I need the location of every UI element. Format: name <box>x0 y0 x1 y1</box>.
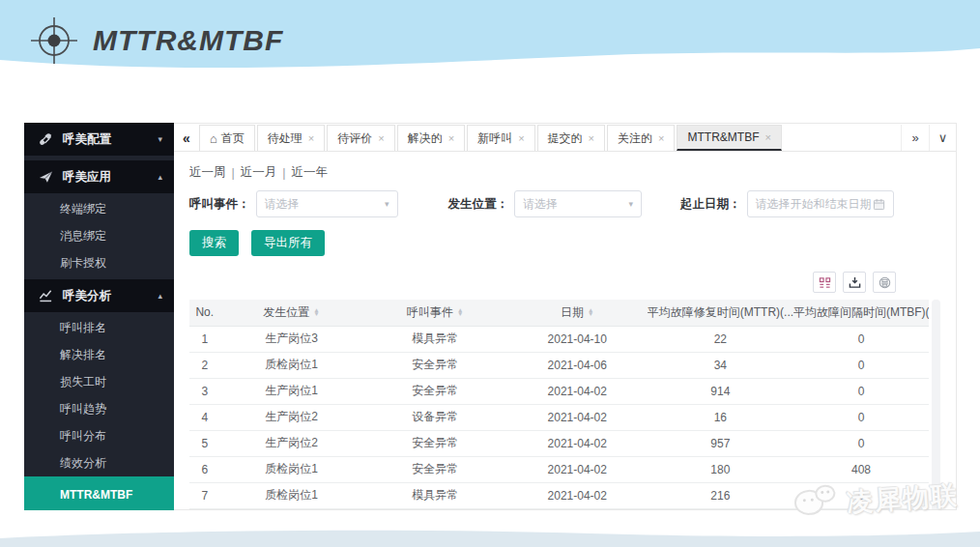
cell-mttr: 34 <box>648 352 793 378</box>
cell-date: 2021-04-02 <box>507 378 648 404</box>
quick-range-links: 近一周 | 近一月 | 近一年 <box>189 164 940 181</box>
close-icon[interactable]: × <box>308 132 314 144</box>
calendar-icon <box>873 198 885 211</box>
column-settings-button[interactable] <box>813 272 836 293</box>
sidebar-group-label: 呼美分析 <box>63 288 158 304</box>
tab-待处理[interactable]: 待处理× <box>257 125 325 151</box>
column-header-2[interactable]: 呼叫事件▲▼ <box>363 300 507 326</box>
tabs-right-controls: » ∨ <box>901 125 956 151</box>
cell-mtbf: 0 <box>793 430 929 456</box>
sort-icon[interactable]: ▲▼ <box>588 308 593 317</box>
close-icon[interactable]: × <box>658 132 664 144</box>
separator: | <box>282 166 285 180</box>
cell-no: 4 <box>189 404 219 430</box>
page: MTTR&MTBF 呼美配置▾呼美应用▴终端绑定消息绑定刷卡授权呼美分析▴呼叫排… <box>0 0 980 547</box>
cell-location: 质检岗位1 <box>219 352 362 378</box>
sidebar-item-1-1[interactable]: 消息绑定 <box>24 222 174 249</box>
close-icon[interactable]: × <box>518 132 524 144</box>
print-button[interactable] <box>873 272 896 293</box>
export-icon <box>849 276 861 289</box>
table-toolbar <box>189 272 940 293</box>
tabs-strip: ⌂首页待处理×待评价×解决的×新呼叫×提交的×关注的×MTTR&MTBF× <box>199 125 901 151</box>
sidebar-item-2-4[interactable]: 呼叫分布 <box>24 422 174 449</box>
close-icon[interactable]: × <box>589 132 594 144</box>
tab-关注的[interactable]: 关注的× <box>607 125 675 151</box>
date-range-label: 起止日期： <box>680 196 741 213</box>
sidebar-item-2-5[interactable]: 绩效分析 <box>24 449 174 476</box>
tab-首页[interactable]: ⌂首页 <box>199 125 255 151</box>
tab-label: 新呼叫 <box>477 130 512 147</box>
plug-icon <box>38 131 53 147</box>
location-select[interactable]: 请选择 ▾ <box>514 190 642 217</box>
chart-icon <box>38 288 53 303</box>
table-row: 1生产岗位3模具异常2021-04-10220 <box>189 326 929 352</box>
sidebar-group-1[interactable]: 呼美应用▴ <box>24 160 174 193</box>
cell-mttr: 216 <box>648 482 793 508</box>
quick-range-month[interactable]: 近一月 <box>241 164 277 181</box>
column-header-5[interactable]: 平均故障间隔时间(MTBF)(...▲▼ <box>793 300 929 326</box>
sidebar-item-2-0[interactable]: 呼叫排名 <box>24 314 174 341</box>
chevron-down-icon: ▾ <box>385 199 389 209</box>
cell-no: 3 <box>189 378 219 404</box>
cell-mtbf: 408 <box>793 456 929 482</box>
cell-mttr: 16 <box>648 404 793 430</box>
table-body: 1生产岗位3模具异常2021-04-102202质检岗位1安全异常2021-04… <box>189 326 929 508</box>
tab-待评价[interactable]: 待评价× <box>327 125 394 151</box>
call-event-label: 呼叫事件： <box>189 196 250 213</box>
cell-event: 安全异常 <box>363 456 507 482</box>
tab-label: 待评价 <box>337 130 372 147</box>
sidebar-item-1-0[interactable]: 终端绑定 <box>24 195 174 222</box>
cell-no: 5 <box>189 430 219 456</box>
cell-location: 质检岗位1 <box>219 482 362 508</box>
close-icon[interactable]: × <box>764 131 770 143</box>
tab-解决的[interactable]: 解决的× <box>397 125 465 151</box>
column-header-4[interactable]: 平均故障修复时间(MTTR)(...▲▼ <box>648 300 793 326</box>
tabs-dropdown-button[interactable]: ∨ <box>929 125 956 151</box>
quick-range-year[interactable]: 近一年 <box>292 164 329 181</box>
content-body: 近一周 | 近一月 | 近一年 呼叫事件： 请选择 ▾ 发生位置： 请选择 <box>174 152 956 509</box>
sidebar-item-2-3[interactable]: 呼叫趋势 <box>24 395 174 422</box>
table-row: 3生产岗位1安全异常2021-04-029140 <box>189 378 929 404</box>
tab-label: 关注的 <box>618 130 652 147</box>
sidebar-group-0[interactable]: 呼美配置▾ <box>24 123 174 156</box>
chevron-up-icon: ▴ <box>158 172 162 182</box>
close-icon[interactable]: × <box>378 132 384 144</box>
column-header-1[interactable]: 发生位置▲▼ <box>219 300 362 326</box>
date-range-input[interactable]: 请选择开始和结束日期 <box>747 190 894 217</box>
sort-icon[interactable]: ▲▼ <box>457 308 463 317</box>
sidebar-group-2[interactable]: 呼美分析▴ <box>24 279 174 312</box>
app-window: 呼美配置▾呼美应用▴终端绑定消息绑定刷卡授权呼美分析▴呼叫排名解决排名损失工时呼… <box>24 123 957 510</box>
tab-新呼叫[interactable]: 新呼叫× <box>467 125 534 151</box>
tabs-expand-button[interactable]: » <box>902 125 929 151</box>
cell-mtbf: 0 <box>793 326 929 352</box>
sidebar-item-2-2[interactable]: 损失工时 <box>24 368 174 395</box>
filter-row: 呼叫事件： 请选择 ▾ 发生位置： 请选择 ▾ 起止日期： 请选择开始和结束日期 <box>189 190 940 217</box>
quick-range-week[interactable]: 近一周 <box>189 164 226 181</box>
search-button[interactable]: 搜索 <box>189 230 239 256</box>
table-vertical-scrollbar[interactable] <box>932 300 940 509</box>
sidebar-item-2-1[interactable]: 解决排名 <box>24 341 174 368</box>
sidebar-item-1-2[interactable]: 刷卡授权 <box>24 249 174 276</box>
cell-event: 设备异常 <box>363 404 507 430</box>
action-buttons: 搜索 导出所有 <box>189 230 940 256</box>
tab-label: 首页 <box>221 130 245 147</box>
cell-event: 安全异常 <box>363 430 507 456</box>
column-header-3[interactable]: 日期▲▼ <box>507 300 648 326</box>
sort-icon[interactable]: ▲▼ <box>313 308 319 317</box>
chevron-up-icon: ▴ <box>158 291 162 301</box>
call-event-select[interactable]: 请选择 ▾ <box>256 190 398 217</box>
send-icon <box>38 169 53 185</box>
column-header-label: 呼叫事件 <box>407 304 453 321</box>
export-table-button[interactable] <box>843 272 866 293</box>
call-event-placeholder: 请选择 <box>265 196 300 213</box>
tab-label: 解决的 <box>408 130 443 147</box>
tab-提交的[interactable]: 提交的× <box>537 125 605 151</box>
export-all-button[interactable]: 导出所有 <box>251 230 325 256</box>
sidebar-item-2-6[interactable]: MTTR&MTBF <box>24 476 174 510</box>
cell-no: 1 <box>189 326 219 352</box>
tabs-collapse-button[interactable]: « <box>174 125 199 151</box>
cell-event: 模具异常 <box>363 482 507 508</box>
close-icon[interactable]: × <box>448 132 454 144</box>
tab-MTTR&MTBF[interactable]: MTTR&MTBF× <box>677 125 781 151</box>
cell-mttr: 180 <box>648 456 793 482</box>
